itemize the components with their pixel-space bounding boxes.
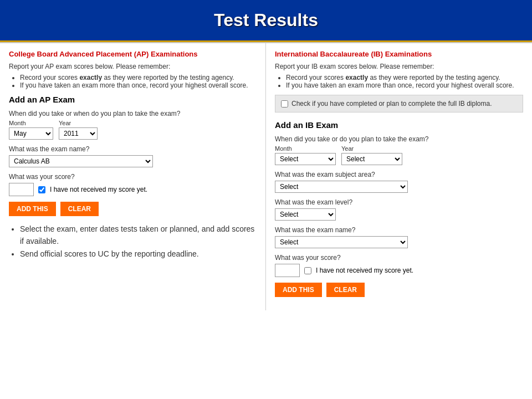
ib-not-received-checkbox[interactable] xyxy=(304,267,311,274)
ib-bullet-2: If you have taken an exam more than once… xyxy=(286,81,523,89)
ib-month-group: Month Select January February March Apri… xyxy=(275,145,336,165)
ib-score-label: What was your score? xyxy=(275,254,523,262)
ap-instructions: Report your AP exam scores below. Please… xyxy=(9,63,257,70)
tip-1: Select the exam, enter dates tests taken… xyxy=(20,223,257,248)
main-content: College Board Advanced Placement (AP) Ex… xyxy=(0,42,532,310)
ib-clear-button[interactable]: CLEAR xyxy=(326,283,365,297)
ap-section-title: College Board Advanced Placement (AP) Ex… xyxy=(9,50,257,58)
ib-score-input[interactable] xyxy=(275,264,300,277)
page-header: Test Results xyxy=(0,0,532,42)
ib-year-label: Year xyxy=(341,145,402,152)
ap-add-title: Add an AP Exam xyxy=(9,95,257,104)
ap-exam-name-row: Calculus AB Calculus BC Biology Chemistr… xyxy=(9,155,257,167)
ap-month-label: Month xyxy=(9,120,53,126)
ib-add-title: Add an IB Exam xyxy=(275,120,523,130)
tip-2: Send official scores to UC by the report… xyxy=(20,248,257,260)
ib-subject-label: What was the exam subject area? xyxy=(275,171,523,178)
ib-month-label: Month xyxy=(275,145,336,152)
ib-name-select[interactable]: Select xyxy=(275,236,408,248)
ap-score-input[interactable] xyxy=(9,183,34,196)
ib-score-row: I have not received my score yet. xyxy=(275,264,523,277)
ib-panel: International Baccalaureate (IB) Examina… xyxy=(266,43,532,310)
ap-clear-button[interactable]: CLEAR xyxy=(60,202,99,216)
ib-name-group: What was the exam name? Select xyxy=(275,226,523,248)
ap-bullet-2: If you have taken an exam more than once… xyxy=(20,81,257,89)
ib-month-select[interactable]: Select January February March April May … xyxy=(275,153,336,165)
ap-exam-name-select[interactable]: Calculus AB Calculus BC Biology Chemistr… xyxy=(9,155,153,167)
ap-date-row: Month May January February March April J… xyxy=(9,120,257,140)
ib-not-received-label: I have not received my score yet. xyxy=(316,267,413,274)
ib-add-button[interactable]: ADD THIS xyxy=(275,283,322,297)
ib-diploma-checkbox[interactable] xyxy=(281,100,288,108)
ap-year-label: Year xyxy=(59,120,98,126)
ap-button-row: ADD THIS CLEAR xyxy=(9,202,257,216)
ap-score-row: I have not received my score yet. xyxy=(9,183,257,196)
tips-list: Select the exam, enter dates tests taken… xyxy=(20,223,257,260)
ib-date-row: Month Select January February March Apri… xyxy=(275,145,523,165)
ib-year-group: Year Select 2010 2011 2012 xyxy=(341,145,402,165)
ib-name-label: What was the exam name? xyxy=(275,226,523,234)
ap-not-received-label: I have not received my score yet. xyxy=(50,186,147,193)
ib-level-select[interactable]: Select xyxy=(275,208,336,221)
ib-year-select[interactable]: Select 2010 2011 2012 xyxy=(341,153,402,165)
ib-diploma-label: Check if you have completed or plan to c… xyxy=(291,100,492,108)
ib-bullet-1: Record your scores exactly as they were … xyxy=(286,74,523,81)
ap-bullet-1: Record your scores exactly as they were … xyxy=(20,74,257,81)
ap-year-select[interactable]: 2011 2010 2012 xyxy=(59,127,98,140)
ib-bullet-list: Record your scores exactly as they were … xyxy=(286,74,523,89)
ap-not-received-checkbox[interactable] xyxy=(38,186,45,193)
ap-month-group: Month May January February March April J… xyxy=(9,120,53,140)
ib-section-title: International Baccalaureate (IB) Examina… xyxy=(275,50,523,58)
ib-level-group: What was the exam level? Select xyxy=(275,198,523,221)
ap-year-group: Year 2011 2010 2012 xyxy=(59,120,98,140)
ap-panel: College Board Advanced Placement (AP) Ex… xyxy=(0,43,266,310)
ib-instructions: Report your IB exam scores below. Please… xyxy=(275,63,523,70)
ap-score-label: What was your score? xyxy=(9,173,257,181)
ap-month-select[interactable]: May January February March April June Ju… xyxy=(9,127,53,140)
ib-button-row: ADD THIS CLEAR xyxy=(275,283,523,297)
ib-level-label: What was the exam level? xyxy=(275,198,523,206)
page-title: Test Results xyxy=(0,10,532,30)
ap-add-button[interactable]: ADD THIS xyxy=(9,202,56,216)
ap-exam-name-label: What was the exam name? xyxy=(9,145,257,153)
ib-date-question: When did you take or do you plan to take… xyxy=(275,135,523,143)
ap-bullet-list: Record your scores exactly as they were … xyxy=(20,74,257,89)
ib-subject-group: What was the exam subject area? Select xyxy=(275,171,523,193)
ap-date-question: When did you take or when do you plan to… xyxy=(9,110,257,117)
ib-diploma-row: Check if you have completed or plan to c… xyxy=(275,95,523,112)
ib-subject-select[interactable]: Select xyxy=(275,181,408,193)
